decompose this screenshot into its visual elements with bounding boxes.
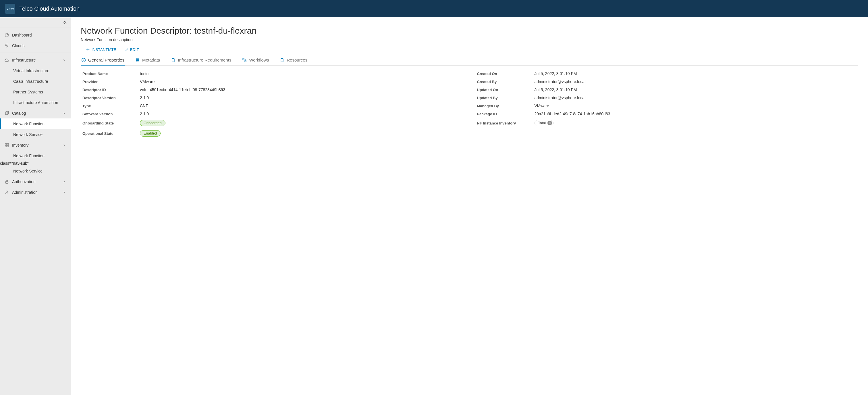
tab-infrastructure-requirements[interactable]: Infrastructure Requirements xyxy=(170,56,232,65)
status-badge: Onboarded xyxy=(140,120,165,126)
tab-resources[interactable]: Resources xyxy=(279,56,308,65)
sidebar-item-label: Network Service xyxy=(13,132,42,137)
properties-column-left: Product Nametestnf ProviderVMware Descri… xyxy=(81,69,464,139)
sidebar-item-dashboard[interactable]: Dashboard xyxy=(0,30,71,40)
tab-label: General Properties xyxy=(88,57,124,62)
sidebar-item-label: CaaS Infrastructure xyxy=(13,79,48,84)
chevron-down-icon xyxy=(63,143,66,147)
clipboard-icon xyxy=(171,58,176,62)
chevron-right-icon xyxy=(63,191,66,194)
prop-value: CNF xyxy=(140,104,148,108)
sidebar-item-partner-systems[interactable]: Partner Systems xyxy=(0,87,71,97)
prop-label: Type xyxy=(83,104,140,108)
cloud-icon xyxy=(5,58,9,62)
prop-value: 2.1.0 xyxy=(140,95,149,100)
sidebar-item-label: Network Service xyxy=(13,169,42,173)
prop-value: administrator@vsphere.local xyxy=(534,95,586,100)
sidebar-item-inventory[interactable]: Inventory xyxy=(0,140,71,150)
sidebar-item-catalog-network-service[interactable]: Network Service xyxy=(0,129,71,140)
status-badge: Enabled xyxy=(140,130,161,137)
sidebar-item-label: Network Function xyxy=(13,122,44,126)
prop-label: Created By xyxy=(477,80,534,84)
pencil-icon xyxy=(124,48,128,52)
user-icon xyxy=(5,190,9,195)
prop-label: Onboarding State xyxy=(83,121,140,125)
tab-label: Resources xyxy=(287,57,307,62)
workflow-icon xyxy=(242,58,247,62)
button-label: EDIT xyxy=(130,48,139,52)
prop-value: Onboarded xyxy=(140,120,165,126)
page-title: Network Function Descriptor: testnf-du-f… xyxy=(81,26,858,36)
top-bar: vmw Telco Cloud Automation xyxy=(0,0,868,17)
counter-label: Total xyxy=(538,121,546,125)
prop-label: NF Instance Inventory xyxy=(477,121,534,125)
sidebar-item-inventory-network-function[interactable]: Network Function xyxy=(0,150,71,161)
prop-label: Operational State xyxy=(83,131,140,136)
tab-metadata[interactable]: Metadata xyxy=(135,56,161,65)
sidebar-item-catalog[interactable]: Catalog xyxy=(0,108,71,118)
sidebar-item-label: Inventory xyxy=(12,143,29,147)
sidebar-item-inventory-network-service[interactable]: Network Service xyxy=(0,166,71,176)
sidebar-item-caas-infrastructure[interactable]: CaaS Infrastructure xyxy=(0,76,71,87)
sidebar-item-infrastructure-automation[interactable]: Infrastructure Automation xyxy=(0,97,71,108)
prop-value: VMware xyxy=(140,79,155,84)
tab-label: Workflows xyxy=(249,57,269,62)
prop-value: VMware xyxy=(534,104,549,108)
clipboard2-icon xyxy=(280,58,284,62)
sidebar-item-label: Virtual Infrastructure xyxy=(13,68,50,73)
pin-icon xyxy=(5,44,9,48)
button-label: INSTANTIATE xyxy=(92,48,116,52)
tab-label: Infrastructure Requirements xyxy=(178,57,231,62)
sidebar-item-label: Administration xyxy=(12,190,38,195)
tab-label: Metadata xyxy=(142,57,160,62)
tab-general-properties[interactable]: General Properties xyxy=(81,56,125,65)
gauge-icon xyxy=(5,33,9,37)
edit-button[interactable]: EDIT xyxy=(124,48,139,52)
prop-value: 29a21a9f-ded2-49e7-8a74-1ab16ab80d63 xyxy=(534,112,610,116)
plus-icon xyxy=(86,48,90,52)
tab-workflows[interactable]: Workflows xyxy=(242,56,270,65)
sidebar-item-label: Authorization xyxy=(12,179,36,184)
instantiate-button[interactable]: INSTANTIATE xyxy=(86,48,116,52)
brand-short-label: vmw xyxy=(7,7,13,10)
sidebar-item-label: Dashboard xyxy=(12,33,32,37)
sidebar-collapse-button[interactable] xyxy=(0,17,71,28)
prop-label: Descriptor ID xyxy=(83,88,140,92)
nf-inventory-counter[interactable]: Total 0 xyxy=(534,120,554,126)
prop-label: Updated On xyxy=(477,88,534,92)
stacked-icon xyxy=(135,58,140,62)
sidebar-item-label: Network Function xyxy=(13,153,44,158)
lock-icon xyxy=(5,179,9,184)
sidebar-item-infrastructure[interactable]: Infrastructure xyxy=(0,55,71,65)
prop-label: Software Version xyxy=(83,112,140,116)
grid-icon xyxy=(5,143,9,147)
prop-value: Enabled xyxy=(140,130,161,137)
sidebar: Dashboard Clouds Infrastructure Virtual … xyxy=(0,17,71,395)
sidebar-item-authorization[interactable]: Authorization xyxy=(0,176,71,187)
prop-label: Updated By xyxy=(477,96,534,100)
prop-value: 2.1.0 xyxy=(140,112,149,116)
prop-value: Total 0 xyxy=(534,120,554,126)
sidebar-item-clouds[interactable]: Clouds xyxy=(0,40,71,51)
prop-label: Managed By xyxy=(477,104,534,108)
sidebar-item-label: Infrastructure xyxy=(12,58,36,62)
page-subtitle: Network Function description xyxy=(81,37,858,42)
prop-value: testnf xyxy=(140,71,150,76)
prop-label: Product Name xyxy=(83,72,140,76)
sidebar-item-catalog-network-function[interactable]: Network Function xyxy=(0,118,71,129)
chevron-right-icon xyxy=(63,180,66,184)
prop-value: vnfd_4501ecbe-4414-11eb-bf08-778284d9b89… xyxy=(140,87,225,92)
sidebar-item-virtual-infrastructure[interactable]: Virtual Infrastructure xyxy=(0,65,71,76)
sidebar-item-label: Partner Systems xyxy=(13,90,43,94)
chevron-down-icon xyxy=(63,112,66,115)
sidebar-item-label: Infrastructure Automation xyxy=(13,100,58,105)
prop-value: Jul 5, 2022, 3:01:10 PM xyxy=(534,71,577,76)
copy-icon xyxy=(5,111,9,116)
prop-label: Package ID xyxy=(477,112,534,116)
properties-column-right: Created OnJul 5, 2022, 3:01:10 PM Create… xyxy=(475,69,859,139)
prop-label: Provider xyxy=(83,80,140,84)
brand-logo: vmw xyxy=(5,4,15,14)
info-icon xyxy=(81,58,86,62)
action-row: INSTANTIATE EDIT xyxy=(81,46,858,56)
sidebar-item-administration[interactable]: Administration xyxy=(0,187,71,198)
